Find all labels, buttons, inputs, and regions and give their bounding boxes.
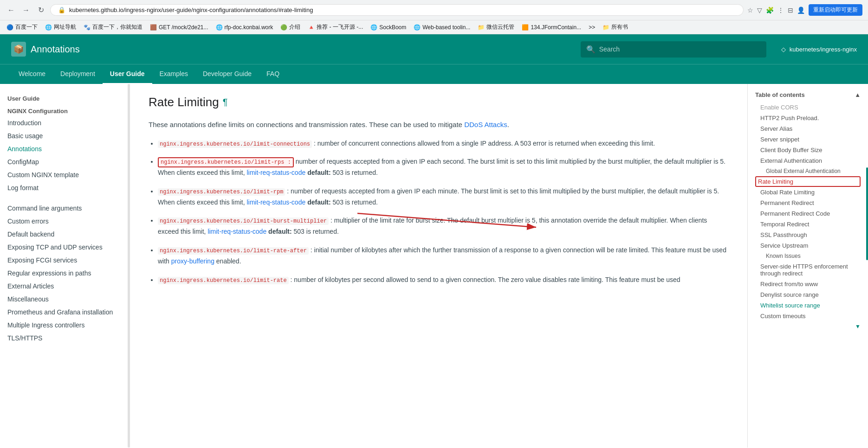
sidebar-icon[interactable]: ⊟ (788, 6, 793, 14)
toc-item-server-snippet[interactable]: Server snippet (755, 134, 861, 145)
bookmark-jform[interactable]: 🟧 134.JFormContain... (519, 23, 584, 32)
code-limit-rate-after: nginx.ingress.kubernetes.io/limit-rate-a… (158, 247, 309, 255)
extensions-icon[interactable]: 🧩 (766, 6, 774, 14)
toc-item-rate-limiting[interactable]: Rate Limiting (755, 176, 861, 187)
sidebar-item-custom-nginx[interactable]: Custom NGINX template (0, 168, 130, 181)
toc-item-denylist[interactable]: Denylist source range (755, 289, 861, 300)
search-icon: 🔍 (586, 45, 596, 54)
toc-active-indicator (866, 167, 868, 260)
toc-item-http2[interactable]: HTTP2 Push Preload. (755, 113, 861, 123)
toc-item-ssl-passthrough[interactable]: SSL Passthrough (755, 230, 861, 240)
list-item-rate-after: nginx.ingress.kubernetes.io/limit-rate-a… (158, 245, 729, 267)
proxy-buffering-link[interactable]: proxy-buffering (171, 257, 214, 265)
profile-icon[interactable]: ▽ (757, 6, 762, 14)
bookmark-sockboom[interactable]: 🌐 SockBoom (368, 23, 409, 32)
sidebar-scrollbar[interactable] (128, 84, 130, 448)
github-link[interactable]: ◇ kubernetes/ingress-nginx (781, 46, 857, 53)
sidebar-item-basic-usage[interactable]: Basic usage (0, 129, 130, 142)
back-button[interactable]: ← (6, 5, 17, 16)
list-item-connections: nginx.ingress.kubernetes.io/limit-connec… (158, 138, 729, 149)
list-item-rpm: nginx.ingress.kubernetes.io/limit-rpm : … (158, 186, 729, 208)
limit-req-link-2[interactable]: limit-req-status-code (246, 198, 305, 206)
bookmark-baidu[interactable]: 🔵 百度一下 (4, 22, 40, 32)
nav-welcome[interactable]: Welcome (11, 64, 53, 84)
toc-title: Table of contents ▲ (755, 91, 861, 98)
toc-item-server-side-https[interactable]: Server-side HTTPS enforcement through re… (755, 261, 861, 279)
sidebar-item-fcgi[interactable]: Exposing FCGI services (0, 254, 130, 267)
sidebar-item-command-line[interactable]: Command line arguments (0, 202, 130, 215)
user-avatar[interactable]: 👤 (797, 6, 805, 14)
sidebar-item-custom-errors[interactable]: Custom errors (0, 215, 130, 228)
nav-faq[interactable]: FAQ (259, 64, 287, 84)
logo-icon: 📦 (11, 42, 26, 57)
toc-item-enable-cors[interactable]: Enable CORS (755, 102, 861, 113)
bookmark-tuijian[interactable]: 🔺 推荐 - 一飞开源 -... (305, 22, 366, 32)
list-item-rps: nginx.ingress.kubernetes.io/limit-rps : … (158, 156, 729, 179)
bookmark-wechat[interactable]: 📁 微信云托管 (475, 22, 517, 32)
limit-req-link-3[interactable]: limit-req-status-code (207, 228, 266, 235)
search-bar[interactable]: 🔍 (581, 41, 766, 58)
intro-paragraph: These annotations define limits on conne… (149, 119, 729, 131)
bookmark-mock[interactable]: 🟫 GET /mock/2de21... (147, 23, 211, 32)
url-bar[interactable]: 🔒 kubernetes.github.io/ingress-nginx/use… (50, 4, 744, 16)
ddos-link[interactable]: DDoS Attacks (464, 121, 507, 128)
site-title: Annotations (31, 44, 80, 55)
toc-item-global-external-auth[interactable]: Global External Authentication (755, 166, 861, 176)
sidebar-item-miscellaneous[interactable]: Miscellaneous (0, 293, 130, 306)
bookmark-more[interactable]: >> (586, 23, 598, 32)
limit-req-link-1[interactable]: limit-req-status-code (246, 169, 305, 176)
update-button[interactable]: 重新启动即可更新 (809, 4, 862, 16)
sidebar-item-configmap[interactable]: ConfigMap (0, 155, 130, 168)
url-text: kubernetes.github.io/ingress-nginx/user-… (69, 6, 736, 13)
bookmark-rfp[interactable]: 🌐 rfp-doc.konbai.work (213, 23, 276, 32)
sidebar-item-multiple-ingress[interactable]: Multiple Ingress controllers (0, 319, 130, 332)
bookmarks-bar: 🔵 百度一下 🌐 网址导航 🐾 百度一下，你就知道 🟫 GET /mock/2d… (0, 20, 868, 34)
browser-actions: ☆ ▽ 🧩 ⋮ ⊟ 👤 重新启动即可更新 (747, 4, 862, 16)
menu-icon[interactable]: ⋮ (777, 6, 784, 14)
sidebar-item-tcp-udp[interactable]: Exposing TCP and UDP services (0, 241, 130, 254)
toc-item-global-rate-limiting[interactable]: Global Rate Limiting (755, 187, 861, 198)
toc-item-custom-timeouts[interactable]: Custom timeouts (755, 311, 861, 321)
toc-item-permanent-redirect[interactable]: Permanent Redirect (755, 198, 861, 208)
toc-item-temporal-redirect[interactable]: Temporal Redirect (755, 219, 861, 230)
toc-item-server-alias[interactable]: Server Alias (755, 123, 861, 134)
sidebar-item-prometheus[interactable]: Prometheus and Grafana installation (0, 306, 130, 319)
bookmark-baidu2[interactable]: 🐾 百度一下，你就知道 (81, 22, 145, 32)
refresh-button[interactable]: ↻ (35, 5, 46, 16)
nav-examples[interactable]: Examples (152, 64, 195, 84)
site-header: 📦 Annotations 🔍 ◇ kubernetes/ingress-ngi… (0, 34, 868, 64)
toc-item-permanent-redirect-code[interactable]: Permanent Redirect Code (755, 208, 861, 219)
toc-collapse-icon[interactable]: ▲ (855, 91, 861, 98)
search-input[interactable] (599, 45, 761, 53)
bookmark-webbased[interactable]: 🌐 Web-based toolin... (411, 23, 473, 32)
sidebar-item-default-backend[interactable]: Default backend (0, 228, 130, 241)
forward-button[interactable]: → (20, 5, 32, 16)
toc-item-known-issues[interactable]: Known Issues (755, 251, 861, 261)
toc-item-service-upstream[interactable]: Service Upstream (755, 240, 861, 251)
site-logo: 📦 Annotations (11, 42, 80, 57)
toc-item-external-auth[interactable]: External Authentication (755, 155, 861, 166)
sidebar-item-introduction[interactable]: Introduction (0, 116, 130, 129)
sidebar-item-annotations[interactable]: Annotations (0, 142, 130, 155)
sidebar-item-tls[interactable]: TLS/HTTPS (0, 332, 130, 345)
bookmark-nav[interactable]: 🌐 网址导航 (42, 22, 79, 32)
list-item-rate: nginx.ingress.kubernetes.io/limit-rate :… (158, 275, 729, 286)
nav-deployment[interactable]: Deployment (53, 64, 103, 84)
star-icon[interactable]: ☆ (747, 6, 753, 14)
bookmark-all[interactable]: 📁 所有书 (600, 22, 631, 32)
toc-item-redirect-www[interactable]: Redirect from/to www (755, 279, 861, 289)
toc-bottom-arrow[interactable]: ▼ (755, 321, 861, 330)
lock-icon: 🔒 (58, 6, 65, 13)
sidebar-item-external-articles[interactable]: External Articles (0, 280, 130, 293)
sidebar-item-regex[interactable]: Regular expressions in paths (0, 267, 130, 280)
toc-item-whitelist[interactable]: Whitelist source range (755, 300, 861, 311)
toc-item-client-body[interactable]: Client Body Buffer Size (755, 145, 861, 155)
nginx-config-title: NGINX Configuration (0, 104, 130, 116)
code-limit-burst: nginx.ingress.kubernetes.io/limit-burst-… (158, 218, 329, 225)
code-limit-rate: nginx.ingress.kubernetes.io/limit-rate (158, 277, 289, 284)
sidebar-item-log-format[interactable]: Log format (0, 181, 130, 194)
nav-developer-guide[interactable]: Developer Guide (195, 64, 259, 84)
bookmark-intro[interactable]: 🟢 介绍 (278, 22, 303, 32)
nav-user-guide[interactable]: User Guide (103, 64, 152, 84)
code-limit-connections: nginx.ingress.kubernetes.io/limit-connec… (158, 141, 312, 148)
